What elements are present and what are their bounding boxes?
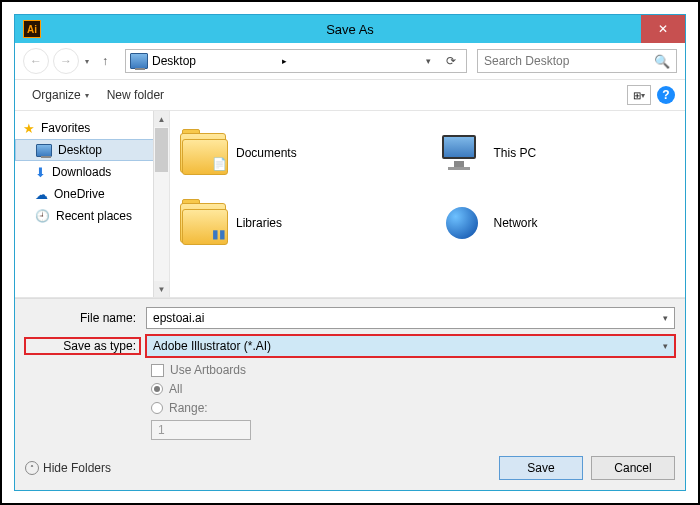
- savetype-label: Save as type:: [25, 338, 140, 354]
- address-path: Desktop: [152, 54, 278, 68]
- checkbox-icon: [151, 364, 164, 377]
- help-icon: ?: [662, 88, 669, 102]
- up-button[interactable]: ↑: [95, 51, 115, 71]
- artboards-all-label: All: [169, 382, 182, 396]
- close-icon: ✕: [658, 22, 668, 36]
- chevron-up-icon: ˄: [25, 461, 39, 475]
- chevron-down-icon: ▾: [85, 91, 89, 100]
- radio-icon: [151, 402, 163, 414]
- address-dropdown-icon[interactable]: ▾: [420, 56, 436, 66]
- view-icon: ⊞: [633, 90, 641, 101]
- sidebar: ★ Favorites Desktop ⬇ Downloads ☁ OneDri…: [15, 111, 170, 297]
- folder-icon: 📄: [180, 133, 226, 173]
- view-options-button[interactable]: ⊞ ▾: [627, 85, 651, 105]
- sidebar-item-downloads[interactable]: ⬇ Downloads: [15, 161, 169, 183]
- close-button[interactable]: ✕: [641, 15, 685, 43]
- grid-item-libraries[interactable]: ▮▮ Libraries: [180, 193, 418, 253]
- bottom-panel: File name: epstoai.ai ▾ Save as type: Ad…: [15, 298, 685, 448]
- recent-locations-dropdown[interactable]: ▾: [85, 57, 89, 66]
- sidebar-item-desktop[interactable]: Desktop: [15, 139, 169, 161]
- save-as-dialog: Ai Save As ✕ ← → ▾ ↑ Desktop ▸ ▾ ⟳ Searc…: [14, 14, 686, 491]
- chevron-down-icon[interactable]: ▾: [663, 341, 668, 351]
- clock-icon: 🕘: [35, 209, 50, 223]
- sidebar-heading-favorites[interactable]: ★ Favorites: [15, 117, 169, 139]
- filename-label: File name:: [25, 311, 140, 325]
- back-button[interactable]: ←: [23, 48, 49, 74]
- save-button[interactable]: Save: [499, 456, 583, 480]
- sidebar-item-label: Desktop: [58, 143, 102, 157]
- cancel-label: Cancel: [614, 461, 651, 475]
- grid-item-label: Documents: [236, 146, 297, 160]
- titlebar: Ai Save As ✕: [15, 15, 685, 43]
- organize-button[interactable]: Organize ▾: [25, 84, 96, 106]
- nav-row: ← → ▾ ↑ Desktop ▸ ▾ ⟳ Search Desktop 🔍: [15, 43, 685, 79]
- savetype-value: Adobe Illustrator (*.AI): [153, 339, 271, 353]
- sidebar-heading-label: Favorites: [41, 121, 90, 135]
- chevron-down-icon[interactable]: ▾: [663, 313, 668, 323]
- sidebar-item-recent[interactable]: 🕘 Recent places: [15, 205, 169, 227]
- savetype-select[interactable]: Adobe Illustrator (*.AI) ▾: [146, 335, 675, 357]
- new-folder-label: New folder: [107, 88, 164, 102]
- grid-item-label: Libraries: [236, 216, 282, 230]
- window-title: Save As: [15, 22, 685, 37]
- address-bar[interactable]: Desktop ▸ ▾ ⟳: [125, 49, 467, 73]
- scrollbar-thumb[interactable]: [155, 128, 168, 172]
- save-label: Save: [527, 461, 554, 475]
- filename-value: epstoai.ai: [153, 311, 204, 325]
- forward-button[interactable]: →: [53, 48, 79, 74]
- globe-icon: [438, 203, 484, 243]
- arrow-left-icon: ←: [30, 54, 42, 68]
- search-input[interactable]: Search Desktop 🔍: [477, 49, 677, 73]
- cloud-icon: ☁: [35, 187, 48, 202]
- search-placeholder: Search Desktop: [484, 54, 654, 68]
- artboard-options: Use Artboards All Range: 1: [151, 363, 675, 440]
- artboards-range-label: Range:: [169, 401, 208, 415]
- grid-item-documents[interactable]: 📄 Documents: [180, 123, 418, 183]
- use-artboards-checkbox[interactable]: Use Artboards: [151, 363, 675, 377]
- use-artboards-label: Use Artboards: [170, 363, 246, 377]
- grid-item-label: This PC: [494, 146, 537, 160]
- desktop-icon: [36, 144, 52, 157]
- filename-input[interactable]: epstoai.ai ▾: [146, 307, 675, 329]
- range-value: 1: [158, 423, 165, 437]
- scroll-up-icon[interactable]: ▲: [154, 111, 169, 127]
- arrow-right-icon: →: [60, 54, 72, 68]
- download-icon: ⬇: [35, 165, 46, 180]
- hide-folders-label: Hide Folders: [43, 461, 111, 475]
- sidebar-item-label: Downloads: [52, 165, 111, 179]
- arrow-up-icon: ↑: [102, 54, 108, 68]
- organize-label: Organize: [32, 88, 81, 102]
- chevron-down-icon: ▾: [641, 91, 645, 100]
- range-input: 1: [151, 420, 251, 440]
- new-folder-button[interactable]: New folder: [100, 84, 171, 106]
- filename-row: File name: epstoai.ai ▾: [25, 307, 675, 329]
- sidebar-scrollbar[interactable]: ▲ ▼: [153, 111, 169, 297]
- sidebar-item-label: OneDrive: [54, 187, 105, 201]
- hide-folders-button[interactable]: ˄ Hide Folders: [25, 461, 111, 475]
- star-icon: ★: [23, 121, 35, 136]
- artboards-range-radio: Range:: [151, 401, 675, 415]
- app-icon: Ai: [23, 20, 41, 38]
- refresh-button[interactable]: ⟳: [440, 50, 462, 72]
- sidebar-item-label: Recent places: [56, 209, 132, 223]
- toolbar: Organize ▾ New folder ⊞ ▾ ?: [15, 79, 685, 111]
- search-icon: 🔍: [654, 54, 670, 69]
- cancel-button[interactable]: Cancel: [591, 456, 675, 480]
- radio-icon: [151, 383, 163, 395]
- grid-item-thispc[interactable]: This PC: [438, 123, 676, 183]
- artboards-all-radio: All: [151, 382, 675, 396]
- computer-icon: [438, 133, 484, 173]
- folder-icon: ▮▮: [180, 203, 226, 243]
- grid-item-label: Network: [494, 216, 538, 230]
- path-separator-icon: ▸: [282, 56, 287, 66]
- help-button[interactable]: ?: [657, 86, 675, 104]
- scroll-down-icon[interactable]: ▼: [154, 281, 169, 297]
- file-grid: 📄 Documents This PC ▮▮ Libraries Network: [170, 111, 685, 297]
- footer: ˄ Hide Folders Save Cancel: [15, 448, 685, 490]
- desktop-icon: [130, 53, 148, 69]
- refresh-icon: ⟳: [446, 54, 456, 68]
- sidebar-item-onedrive[interactable]: ☁ OneDrive: [15, 183, 169, 205]
- savetype-row: Save as type: Adobe Illustrator (*.AI) ▾: [25, 335, 675, 357]
- grid-item-network[interactable]: Network: [438, 193, 676, 253]
